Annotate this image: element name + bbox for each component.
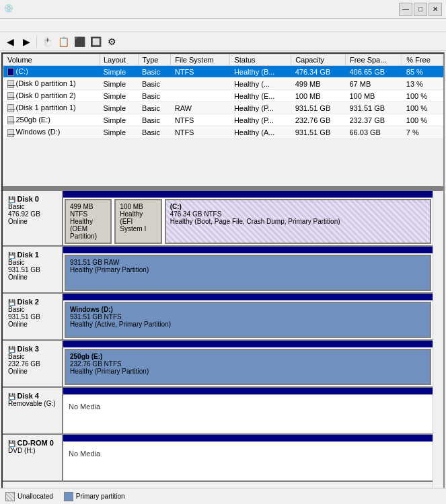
partition-size: 476.34 GB NTFS <box>170 210 426 218</box>
back-button[interactable]: ◀ <box>3 34 17 49</box>
menu-bar <box>0 19 446 32</box>
menu-action[interactable] <box>12 24 23 27</box>
cell-capacity: 931.51 GB <box>291 102 346 114</box>
disk-content: 499 MB NTFSHealthy (OEM Partition)100 MB… <box>63 191 433 245</box>
partition-size: 499 MB NTFS <box>70 203 106 218</box>
table-row[interactable]: —Windows (D:) Simple Basic NTFS Healthy … <box>3 126 443 138</box>
close-button[interactable]: ✕ <box>429 3 442 16</box>
partition-name: 250gb (E:) <box>70 353 426 360</box>
maximize-button[interactable]: □ <box>414 3 427 16</box>
cell-layout: Simple <box>99 126 138 138</box>
disk-bar <box>63 388 433 394</box>
cell-fs: RAW <box>171 102 230 114</box>
cell-free: 100 MB <box>345 90 402 102</box>
col-pct: % Free <box>402 54 443 66</box>
legend-bar: Unallocated Primary partition <box>0 488 446 504</box>
toolbar-btn-4[interactable]: 🔲 <box>88 34 103 49</box>
cell-type: Basic <box>138 90 171 102</box>
cell-free: 67 MB <box>345 78 402 90</box>
toolbar-btn-5[interactable]: ⚙ <box>104 34 119 49</box>
col-layout: Layout <box>99 54 138 66</box>
disk-type: Basic <box>8 353 57 360</box>
disk-content: No Media <box>63 388 433 433</box>
cell-fs: NTFS <box>171 114 230 126</box>
table-row[interactable]: —250gb (E:) Simple Basic NTFS Healthy (P… <box>3 114 443 126</box>
partition-size: 232.76 GB NTFS <box>70 360 426 368</box>
disk-type: Removable (G:) <box>8 400 57 407</box>
cell-fs: NTFS <box>171 126 230 138</box>
table-row[interactable]: (C:) Simple Basic NTFS Healthy (B... 476… <box>3 66 443 78</box>
table-row[interactable]: —(Disk 0 partition 2) Simple Basic Healt… <box>3 90 443 102</box>
main-content-area: Volume Layout Type File System Status Ca… <box>1 52 445 504</box>
partition[interactable]: 931.51 GB RAWHealthy (Primary Partition) <box>65 255 431 291</box>
cell-capacity: 100 MB <box>291 90 346 102</box>
partition[interactable]: (C:)476.34 GB NTFSHealthy (Boot, Page Fi… <box>165 199 431 244</box>
disk-name: 💾 Disk 1 <box>8 251 57 259</box>
disk-icon: 💾 <box>8 393 17 400</box>
disk-row: 💾 Disk 2Basic931.51 GBOnlineWindows (D:)… <box>3 294 433 341</box>
partition[interactable]: 499 MB NTFSHealthy (OEM Partition) <box>65 199 112 244</box>
disk-row: 💾 Disk 0Basic476.92 GBOnline499 MB NTFSH… <box>3 191 433 247</box>
disk-type: Basic <box>8 203 57 210</box>
menu-view[interactable] <box>23 24 34 27</box>
disk-type: Basic <box>8 306 57 313</box>
disk-bar <box>63 191 433 198</box>
cell-status: Healthy (... <box>230 78 291 90</box>
partition-desc: Healthy (Boot, Page File, Crash Dump, Pr… <box>170 218 426 225</box>
disk-name: 💾 Disk 0 <box>8 195 57 203</box>
disk-content: 931.51 GB RAWHealthy (Primary Partition) <box>63 247 433 292</box>
cell-pct: 7 % <box>402 126 443 138</box>
cell-volume: —Windows (D:) <box>3 126 100 138</box>
table-row[interactable]: —(Disk 0 partition 1) Simple Basic Healt… <box>3 78 443 90</box>
partition[interactable]: Windows (D:)931.51 GB NTFSHealthy (Activ… <box>65 302 431 338</box>
forward-button[interactable]: ▶ <box>19 34 34 49</box>
cell-layout: Simple <box>99 102 138 114</box>
minimize-button[interactable]: — <box>399 3 412 16</box>
cell-status: Healthy (E... <box>230 90 291 102</box>
app-icon: 💿 <box>4 4 15 15</box>
disk-status: Online <box>8 368 57 375</box>
cell-pct: 100 % <box>402 102 443 114</box>
cell-free: 931.51 GB <box>345 102 402 114</box>
cell-layout: Simple <box>99 78 138 90</box>
partition[interactable]: 250gb (E:)232.76 GB NTFSHealthy (Primary… <box>65 349 431 385</box>
legend-swatch-primary <box>64 492 73 501</box>
disk-size: 931.51 GB <box>8 313 57 321</box>
cell-volume: —(Disk 1 partition 1) <box>3 102 100 114</box>
cell-free: 66.03 GB <box>345 126 402 138</box>
toolbar-btn-2[interactable]: 📋 <box>56 34 71 49</box>
cell-volume: (C:) <box>3 66 100 78</box>
cell-type: Basic <box>138 78 171 90</box>
scrollbar[interactable] <box>433 191 443 504</box>
disk-icon: 💾 <box>8 196 17 203</box>
legend-primary: Primary partition <box>64 492 125 501</box>
col-type: Type <box>138 54 171 66</box>
partition-name: (C:) <box>170 203 426 210</box>
cell-capacity: 499 MB <box>291 78 346 90</box>
cell-free: 232.37 GB <box>345 114 402 126</box>
cell-layout: Simple <box>99 114 138 126</box>
disk-size: 931.51 GB <box>8 266 57 274</box>
toolbar-btn-3[interactable]: ⬛ <box>72 34 87 49</box>
title-bar-controls: — □ ✕ <box>399 3 442 16</box>
col-status: Status <box>230 54 291 66</box>
cell-pct: 13 % <box>402 78 443 90</box>
disk-label: 💾 Disk 3Basic232.76 GBOnline <box>3 341 63 386</box>
partition-desc: Healthy (OEM Partition) <box>70 218 106 240</box>
disk-views-panel: 💾 Disk 0Basic476.92 GBOnline499 MB NTFSH… <box>3 191 443 504</box>
partition-desc: Healthy (Primary Partition) <box>70 266 426 274</box>
partition[interactable]: 100 MBHealthy (EFI System I <box>114 199 161 244</box>
disk-label: 💾 CD-ROM 0DVD (H:) <box>3 435 63 480</box>
disk-type: DVD (H:) <box>8 447 57 454</box>
toolbar-btn-1[interactable]: 🖱️ <box>40 34 54 49</box>
menu-file[interactable] <box>1 24 12 27</box>
table-row[interactable]: —(Disk 1 partition 1) Simple Basic RAW H… <box>3 102 443 114</box>
disk-name: 💾 Disk 4 <box>8 392 57 400</box>
disk-name: 💾 Disk 3 <box>8 345 57 353</box>
menu-help[interactable] <box>34 24 44 27</box>
cell-layout: Simple <box>99 90 138 102</box>
disk-label: 💾 Disk 1Basic931.51 GBOnline <box>3 247 63 292</box>
title-bar: 💿 — □ ✕ <box>0 0 446 19</box>
cell-pct: 85 % <box>402 66 443 78</box>
cell-status: Healthy (P... <box>230 114 291 126</box>
